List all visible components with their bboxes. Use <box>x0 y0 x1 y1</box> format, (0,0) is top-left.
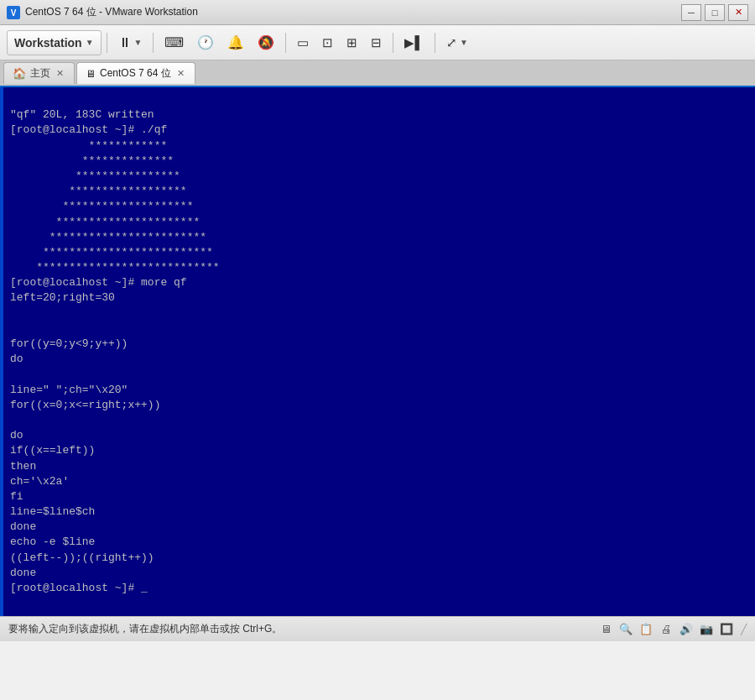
view-dropdown-button[interactable]: ⤢ ▼ <box>440 30 474 55</box>
terminal-output[interactable]: "qf" 20L, 183C written [root@localhost ~… <box>0 87 755 616</box>
workstation-dropdown-arrow: ▼ <box>86 38 94 47</box>
separator-4 <box>393 33 393 53</box>
status-icons-group: 🖥 🔍 📋 🖨 🔊 📷 🔲 <box>598 622 734 637</box>
take-snapshot-button[interactable]: 🕐 <box>191 30 220 55</box>
revert-snapshot-button[interactable]: 🔔 <box>221 30 250 55</box>
console-icon: ▶▌ <box>404 35 424 50</box>
pause-button[interactable]: ⏸ ▼ <box>112 30 148 55</box>
vm-tab-icon: 🖥 <box>86 68 96 80</box>
svg-text:V: V <box>11 8 17 18</box>
manage-icon: 🔕 <box>258 34 274 50</box>
stretch-button[interactable]: ⊞ <box>341 30 363 55</box>
workstation-menu-button[interactable]: Workstation ▼ <box>7 30 102 55</box>
status-bar: 要将输入定向到该虚拟机，请在虚拟机内部单击或按 Ctrl+G。 🖥 🔍 📋 🖨 … <box>0 616 755 641</box>
fullscreen-button[interactable]: ▭ <box>291 30 315 55</box>
home-tab-close[interactable]: ✕ <box>55 67 65 80</box>
maximize-button[interactable]: □ <box>705 4 725 21</box>
pause-icon: ⏸ <box>118 35 132 50</box>
manage-snapshots-button[interactable]: 🔕 <box>252 30 280 55</box>
home-tab-label: 主页 <box>30 66 50 81</box>
unity-button[interactable]: ⊡ <box>316 30 339 55</box>
print-status-icon[interactable]: 🖨 <box>659 622 674 637</box>
tabs-bar: 🏠 主页 ✕ 🖥 CentOS 7 64 位 ✕ <box>0 60 755 87</box>
title-bar: V CentOS 7 64 位 - VMware Workstation ─ □… <box>0 0 755 25</box>
terminal-content: "qf" 20L, 183C written [root@localhost ~… <box>10 108 220 594</box>
vm-display[interactable]: "qf" 20L, 183C written [root@localhost ~… <box>0 87 755 616</box>
send-ctrlaltdel-button[interactable]: ⌨ <box>159 30 190 55</box>
stretch-icon: ⊞ <box>346 35 357 50</box>
separator-1 <box>107 33 107 53</box>
console-view-button[interactable]: ▶▌ <box>398 30 430 55</box>
separator-5 <box>435 33 435 53</box>
autofit-icon: ⊟ <box>371 35 382 50</box>
camera-status-icon[interactable]: 📷 <box>699 622 714 637</box>
close-button[interactable]: ✕ <box>728 4 748 21</box>
pause-dropdown-arrow: ▼ <box>134 38 143 47</box>
snapshot-icon: 🕐 <box>197 34 214 50</box>
app-icon: V <box>7 6 20 19</box>
separator-2 <box>153 33 154 53</box>
toolbar: Workstation ▼ ⏸ ▼ ⌨ 🕐 🔔 🔕 ▭ ⊡ ⊞ ⊟ ▶▌ ⤢ ▼ <box>0 25 755 60</box>
workstation-group: Workstation ▼ <box>7 30 102 55</box>
audio-status-icon[interactable]: 🔊 <box>679 622 694 637</box>
resize-handle-icon: ╱ <box>741 624 747 635</box>
vm-status-icon[interactable]: 🖥 <box>598 622 613 637</box>
view-dropdown-arrow: ▼ <box>460 38 468 47</box>
fullscreen-icon: ▭ <box>297 35 309 50</box>
arrows-icon: ⤢ <box>446 35 457 50</box>
workstation-label: Workstation <box>14 36 82 50</box>
autofit-button[interactable]: ⊟ <box>365 30 388 55</box>
separator-3 <box>285 33 286 53</box>
left-accent-strip <box>0 87 3 616</box>
status-message: 要将输入定向到该虚拟机，请在虚拟机内部单击或按 Ctrl+G。 <box>8 622 591 636</box>
unity-icon: ⊡ <box>322 35 333 50</box>
tab-home[interactable]: 🏠 主页 ✕ <box>3 62 75 84</box>
clipboard-status-icon[interactable]: 📋 <box>638 622 653 637</box>
tab-vm[interactable]: 🖥 CentOS 7 64 位 ✕ <box>76 62 195 84</box>
vm-tab-label: CentOS 7 64 位 <box>100 66 171 81</box>
revert-icon: 🔔 <box>227 34 244 50</box>
search-status-icon[interactable]: 🔍 <box>618 622 633 637</box>
window-controls: ─ □ ✕ <box>681 4 748 21</box>
home-tab-icon: 🏠 <box>13 67 26 80</box>
minimize-button[interactable]: ─ <box>681 4 701 21</box>
display-status-icon[interactable]: 🔲 <box>719 622 734 637</box>
keyboard-icon: ⌨ <box>164 34 184 50</box>
window-title: CentOS 7 64 位 - VMware Workstation <box>25 5 681 19</box>
vm-tab-close[interactable]: ✕ <box>175 67 186 80</box>
